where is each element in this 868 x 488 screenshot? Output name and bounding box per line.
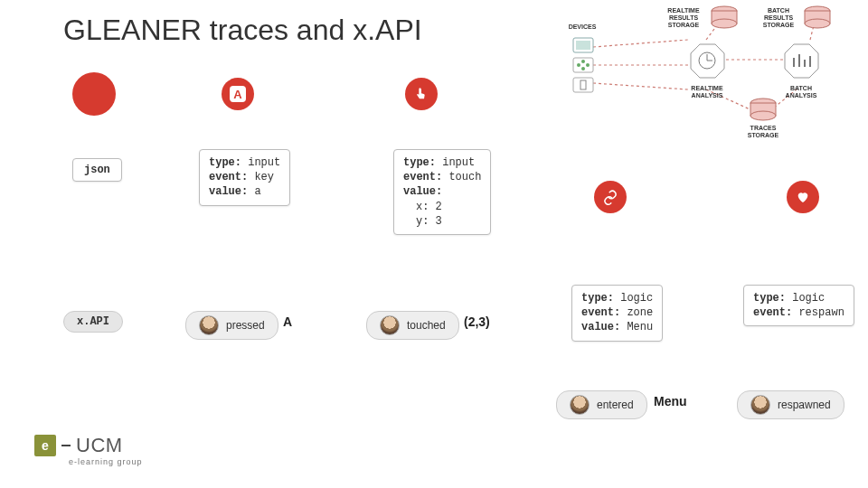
rt-analysis-label: REALTIMEANALYSIS (691, 85, 723, 99)
heart-icon (787, 181, 819, 213)
avatar-icon (380, 315, 400, 335)
devices-label: DEVICES (569, 23, 597, 30)
entered-text: entered (597, 399, 634, 411)
key-a-icon: A (222, 78, 254, 110)
val-value: Menu (627, 321, 653, 333)
batch-analysis-label: BATCHANALYSIS (786, 85, 817, 99)
svg-rect-9 (576, 41, 590, 50)
traces-storage-label: TRACESSTORAGE (748, 125, 779, 138)
respawned-text: respawned (778, 399, 831, 411)
architecture-svg: DEVICES REALTIMERESULTSSTORAGE (548, 4, 846, 148)
page-title: GLEANER traces and x.API (63, 14, 422, 47)
svg-rect-15 (573, 78, 593, 92)
avatar-icon (570, 395, 590, 415)
card-logic-zone: type: logic event: zone value: Menu (571, 285, 663, 342)
val-event: respawn (798, 306, 844, 319)
avatar-icon (750, 395, 770, 415)
device-gamepad-icon (573, 58, 593, 72)
svg-line-2 (593, 83, 688, 89)
val-type: input (248, 156, 280, 169)
device-desktop-icon (573, 38, 593, 52)
logo: e UCM e-learning group (34, 434, 143, 466)
card-input-key: type: input event: key value: a (199, 149, 290, 206)
val-event: key (254, 171, 274, 183)
batch-analysis-node (785, 44, 818, 78)
svg-line-0 (593, 40, 688, 47)
respawned-pill: respawned (737, 390, 844, 419)
dot-icon (72, 72, 116, 116)
entered-pill: entered (556, 390, 647, 419)
pressed-text: pressed (226, 319, 265, 332)
avatar-icon (199, 315, 219, 335)
val-x: 2 (436, 201, 442, 213)
val-value: a (254, 185, 260, 198)
touched-pill: touched (366, 311, 459, 340)
svg-point-14 (581, 67, 585, 70)
svg-point-22 (805, 19, 830, 28)
db-batch-results-icon (805, 6, 830, 28)
svg-point-13 (581, 60, 585, 63)
card-logic-respawn: type: logic event: respawn (743, 285, 854, 326)
xapi-pill: x.API (63, 311, 123, 333)
val-event: touch (448, 171, 481, 183)
val-value-label: value: (403, 185, 442, 198)
emph-a: A (283, 314, 292, 329)
pressed-pill: pressed (185, 311, 278, 340)
val-type: logic (792, 292, 825, 305)
batch-results-label: BATCHRESULTSSTORAGE (763, 7, 795, 28)
xapi-text: x.API (77, 315, 109, 328)
touched-text: touched (407, 319, 446, 332)
svg-point-31 (750, 111, 776, 120)
db-rt-results-icon (712, 6, 737, 28)
svg-point-19 (712, 19, 737, 28)
architecture-diagram: DEVICES REALTIMERESULTSSTORAGE (548, 4, 846, 139)
logo-main-text: UCM (76, 434, 123, 457)
svg-point-12 (586, 63, 590, 67)
touch-icon (405, 78, 438, 110)
val-type: input (442, 156, 475, 169)
json-label-card: json (72, 158, 122, 182)
logo-subtext: e-learning group (69, 457, 143, 466)
emph-menu: Menu (654, 394, 687, 408)
svg-point-11 (577, 63, 580, 67)
device-mobile-icon (573, 78, 593, 92)
rt-results-label: REALTIMERESULTSSTORAGE (667, 7, 700, 28)
val-event: zone (627, 306, 653, 319)
val-type: logic (620, 292, 653, 305)
db-traces-icon (750, 99, 776, 120)
json-text: json (84, 164, 110, 176)
emph-coords: (2,3) (464, 314, 490, 329)
val-y: 3 (436, 215, 442, 228)
logo-e-badge: e (34, 435, 56, 456)
letter-badge: A (230, 86, 246, 102)
card-input-touch: type: input event: touch value: x: 2 y: … (393, 149, 491, 235)
link-icon (594, 181, 627, 213)
logo-dash (61, 445, 71, 446)
